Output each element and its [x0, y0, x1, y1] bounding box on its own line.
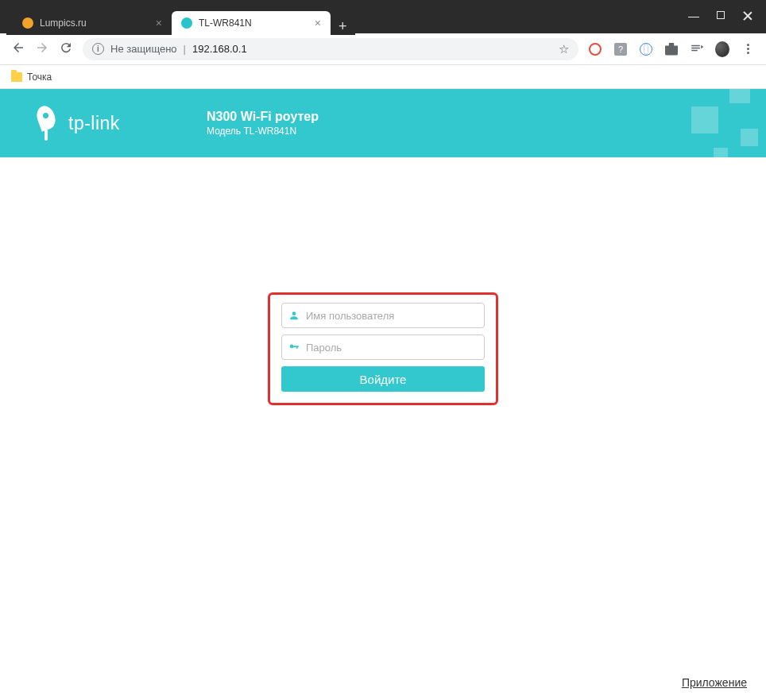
tab-tlwr841n[interactable]: TL-WR841N × [172, 11, 331, 35]
user-icon [288, 310, 300, 321]
favicon-icon [22, 17, 33, 29]
window-titlebar: Lumpics.ru × TL-WR841N × + [0, 0, 766, 33]
window-minimize-button[interactable] [688, 11, 699, 17]
nav-forward-button[interactable] [35, 41, 49, 58]
tab-strip: Lumpics.ru × TL-WR841N × + [6, 8, 355, 35]
tab-lumpics[interactable]: Lumpics.ru × [13, 11, 172, 35]
help-extension-icon[interactable]: ? [613, 42, 628, 56]
product-info: N300 Wi-Fi роутер Модель TL-WR841N [207, 110, 319, 137]
bookmark-item[interactable]: Точка [27, 72, 52, 83]
app-link[interactable]: Приложение [682, 676, 747, 689]
nav-back-button[interactable] [11, 41, 25, 58]
url-separator: | [184, 43, 186, 55]
address-bar: i Не защищено | 192.168.0.1 ☆ ? [0, 33, 766, 65]
security-label: Не защищено [110, 43, 177, 55]
header-decoration [639, 89, 766, 157]
login-card: Войдите [268, 292, 498, 405]
close-tab-icon[interactable]: × [156, 17, 162, 29]
password-row [281, 335, 485, 360]
key-icon [288, 342, 300, 353]
bookmarks-bar: Точка [0, 65, 766, 89]
window-controls [688, 11, 760, 22]
product-title: N300 Wi-Fi роутер [207, 110, 319, 124]
nav-reload-button[interactable] [59, 41, 73, 58]
opera-extension-icon[interactable] [588, 42, 602, 56]
page-header: tp-link N300 Wi-Fi роутер Модель TL-WR84… [0, 89, 766, 157]
browser-menu-button[interactable] [741, 42, 755, 56]
login-form-area: Войдите [0, 292, 766, 405]
folder-icon [11, 72, 22, 82]
close-tab-icon[interactable]: × [315, 17, 321, 29]
username-input[interactable] [306, 310, 478, 322]
toolbar-actions: ? [588, 42, 755, 56]
login-submit-button[interactable]: Войдите [281, 366, 485, 392]
window-maximize-button[interactable] [717, 11, 725, 19]
url-field[interactable]: i Не защищено | 192.168.0.1 ☆ [83, 38, 578, 60]
globe-extension-icon[interactable] [639, 42, 653, 56]
product-model: Модель TL-WR841N [207, 126, 319, 137]
username-row [281, 303, 485, 328]
page-content: tp-link N300 Wi-Fi роутер Модель TL-WR84… [0, 89, 766, 700]
site-info-icon[interactable]: i [92, 43, 104, 55]
password-input[interactable] [306, 342, 478, 354]
tab-title: TL-WR841N [199, 17, 252, 29]
reading-list-icon[interactable] [690, 42, 704, 56]
tab-title: Lumpics.ru [40, 17, 87, 29]
brand-text: tp-link [68, 113, 120, 134]
brand-logo: tp-link [33, 106, 192, 141]
bookmark-star-icon[interactable]: ☆ [559, 42, 569, 56]
window-close-button[interactable] [742, 11, 753, 22]
tplink-logo-icon [33, 106, 60, 141]
favicon-icon [181, 17, 192, 29]
profile-avatar[interactable] [715, 42, 729, 56]
new-tab-button[interactable]: + [331, 18, 355, 35]
extensions-puzzle-icon[interactable] [664, 42, 679, 56]
url-text: 192.168.0.1 [192, 43, 247, 55]
